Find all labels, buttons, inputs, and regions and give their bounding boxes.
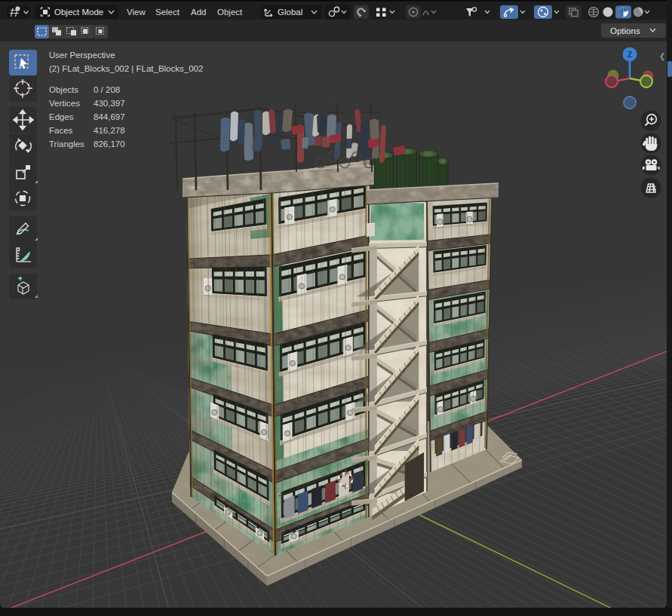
svg-text:Select: Select: [155, 8, 180, 17]
svg-text:Options: Options: [610, 26, 640, 35]
svg-text:Object Mode: Object Mode: [54, 8, 103, 17]
svg-text:Z: Z: [628, 51, 632, 59]
svg-text:Object: Object: [217, 8, 243, 17]
svg-text:Global: Global: [278, 8, 302, 17]
svg-text:View: View: [127, 8, 146, 17]
svg-text:Add: Add: [191, 8, 206, 17]
